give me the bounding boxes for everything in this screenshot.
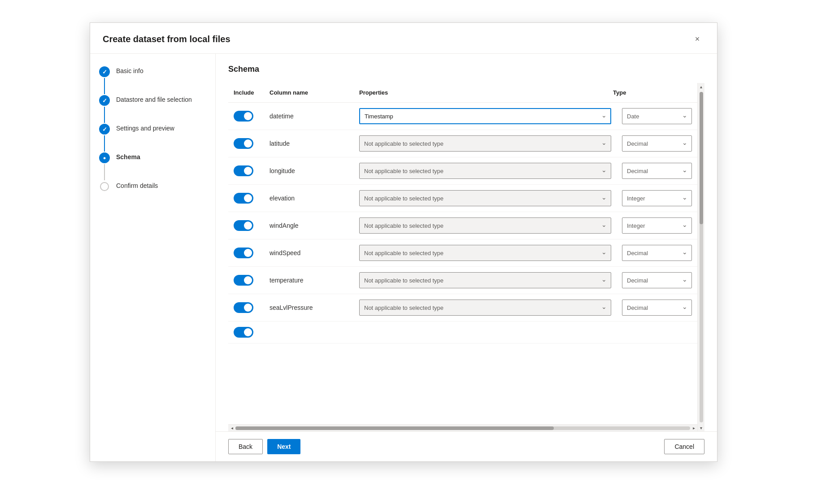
property-select-datetime[interactable]: Timestamp Not applicable to selected typ… bbox=[359, 108, 611, 124]
cancel-button[interactable]: Cancel bbox=[664, 439, 704, 454]
type-wrapper-datetime: Date Decimal Integer String bbox=[622, 108, 692, 124]
step-label-schema[interactable]: Schema bbox=[116, 152, 140, 161]
cell-type-windangle: Integer Date Decimal String bbox=[617, 216, 697, 235]
back-button[interactable]: Back bbox=[228, 439, 263, 454]
step-num-schema: ● bbox=[103, 155, 106, 161]
property-wrapper-longitude: Not applicable to selected type Timestam… bbox=[359, 163, 611, 179]
toggle-datetime[interactable] bbox=[234, 111, 253, 122]
property-select-windangle[interactable]: Not applicable to selected type Timestam… bbox=[359, 217, 611, 234]
property-select-elevation[interactable]: Not applicable to selected type Timestam… bbox=[359, 190, 611, 206]
cell-include-datetime bbox=[228, 109, 264, 123]
cell-property-seaLvlPressure: Not applicable to selected type Timestam… bbox=[354, 298, 617, 317]
property-select-seaLvlPressure[interactable]: Not applicable to selected type Timestam… bbox=[359, 300, 611, 316]
step-circle-settings: ✓ bbox=[99, 124, 110, 135]
type-select-windspeed[interactable]: Decimal Date Integer String bbox=[622, 245, 692, 261]
table-row-partial bbox=[228, 322, 697, 343]
toggle-elevation[interactable] bbox=[234, 193, 253, 204]
dialog-footer: Back Next Cancel bbox=[216, 431, 717, 461]
toggle-longitude[interactable] bbox=[234, 165, 253, 176]
step-left-5 bbox=[99, 181, 110, 192]
table-body: datetime Timestamp Not applicable to sel… bbox=[228, 103, 697, 424]
column-name-windangle: windAngle bbox=[270, 222, 299, 229]
toggle-temperature[interactable] bbox=[234, 275, 253, 286]
type-select-datetime[interactable]: Date Decimal Integer String bbox=[622, 108, 692, 124]
cell-column-latitude: latitude bbox=[264, 138, 354, 149]
step-connector-1 bbox=[104, 78, 105, 94]
toggle-latitude[interactable] bbox=[234, 138, 253, 149]
header-column-name: Column name bbox=[264, 87, 354, 98]
dialog-body: ✓ Basic info ✓ Datastore and file select… bbox=[90, 54, 717, 461]
property-wrapper-datetime: Timestamp Not applicable to selected typ… bbox=[359, 108, 611, 124]
column-name-datetime: datetime bbox=[270, 113, 294, 120]
cell-include-windangle bbox=[228, 218, 264, 233]
toggle-partial[interactable] bbox=[234, 327, 253, 338]
scroll-thumb[interactable] bbox=[235, 426, 554, 430]
step-label-confirm[interactable]: Confirm details bbox=[116, 181, 158, 189]
type-select-windangle[interactable]: Integer Date Decimal String bbox=[622, 217, 692, 234]
property-wrapper-latitude: Not applicable to selected type Timestam… bbox=[359, 135, 611, 152]
scroll-down-arrow[interactable]: ▾ bbox=[698, 424, 705, 431]
cell-property-windangle: Not applicable to selected type Timestam… bbox=[354, 216, 617, 235]
close-button[interactable]: × bbox=[690, 32, 704, 46]
property-select-longitude[interactable]: Not applicable to selected type Timestam… bbox=[359, 163, 611, 179]
step-label-datastore[interactable]: Datastore and file selection bbox=[116, 95, 192, 103]
cell-column-partial bbox=[264, 330, 354, 334]
scroll-up-arrow[interactable]: ▴ bbox=[698, 83, 705, 90]
step-circle-basic-info: ✓ bbox=[99, 66, 110, 77]
vertical-scrollbar[interactable]: ▴ ▾ bbox=[697, 83, 704, 431]
type-select-temperature[interactable]: Decimal Date Integer String bbox=[622, 272, 692, 288]
type-select-seaLvlPressure[interactable]: Decimal Date Integer String bbox=[622, 300, 692, 316]
step-item-schema: ● Schema bbox=[99, 152, 206, 181]
table-row: latitude Not applicable to selected type… bbox=[228, 130, 697, 157]
cell-include-latitude bbox=[228, 136, 264, 151]
property-select-windspeed[interactable]: Not applicable to selected type Timestam… bbox=[359, 245, 611, 261]
column-name-latitude: latitude bbox=[270, 140, 290, 147]
step-label-basic-info[interactable]: Basic info bbox=[116, 66, 143, 74]
column-name-temperature: temperature bbox=[270, 277, 303, 284]
type-select-longitude[interactable]: Decimal Date Integer String bbox=[622, 163, 692, 179]
type-select-latitude[interactable]: Decimal Date Integer String bbox=[622, 135, 692, 152]
cell-column-windangle: windAngle bbox=[264, 220, 354, 231]
cell-property-longitude: Not applicable to selected type Timestam… bbox=[354, 161, 617, 181]
type-select-elevation[interactable]: Integer Date Decimal String bbox=[622, 190, 692, 206]
property-wrapper-windspeed: Not applicable to selected type Timestam… bbox=[359, 245, 611, 261]
toggle-seaLvlPressure[interactable] bbox=[234, 302, 253, 313]
header-properties: Properties bbox=[354, 87, 608, 98]
table-row: temperature Not applicable to selected t… bbox=[228, 267, 697, 294]
type-wrapper-elevation: Integer Date Decimal String bbox=[622, 190, 692, 206]
next-button[interactable]: Next bbox=[267, 439, 300, 454]
cell-property-datetime: Timestamp Not applicable to selected typ… bbox=[354, 106, 617, 126]
toggle-windangle[interactable] bbox=[234, 220, 253, 231]
toggle-windspeed[interactable] bbox=[234, 248, 253, 258]
scroll-left-arrow[interactable]: ◂ bbox=[228, 425, 235, 432]
table-row: longitude Not applicable to selected typ… bbox=[228, 157, 697, 185]
step-circle-confirm bbox=[100, 182, 109, 191]
table-header: Include Column name Properties Type bbox=[228, 83, 697, 103]
dialog-header: Create dataset from local files × bbox=[90, 23, 717, 54]
section-title: Schema bbox=[228, 65, 704, 74]
step-label-settings[interactable]: Settings and preview bbox=[116, 124, 174, 132]
table-row: windSpeed Not applicable to selected typ… bbox=[228, 239, 697, 267]
property-select-temperature[interactable]: Not applicable to selected type Timestam… bbox=[359, 272, 611, 288]
cell-column-temperature: temperature bbox=[264, 275, 354, 286]
property-select-latitude[interactable]: Not applicable to selected type Timestam… bbox=[359, 135, 611, 152]
scroll-right-arrow[interactable]: ▸ bbox=[690, 425, 697, 432]
step-connector-4 bbox=[104, 164, 105, 180]
horizontal-scrollbar[interactable]: ◂ ▸ bbox=[228, 424, 697, 431]
cell-include-temperature bbox=[228, 273, 264, 287]
scroll-track[interactable] bbox=[235, 426, 690, 430]
step-item-confirm: Confirm details bbox=[99, 181, 206, 205]
cell-type-latitude: Decimal Date Integer String bbox=[617, 134, 697, 153]
cell-column-windspeed: windSpeed bbox=[264, 248, 354, 258]
sidebar: ✓ Basic info ✓ Datastore and file select… bbox=[90, 54, 216, 461]
cell-property-elevation: Not applicable to selected type Timestam… bbox=[354, 188, 617, 208]
step-item-basic-info: ✓ Basic info bbox=[99, 66, 206, 95]
column-name-elevation: elevation bbox=[270, 195, 295, 202]
v-scroll-track[interactable] bbox=[700, 92, 703, 422]
table-inner: Include Column name Properties Type bbox=[228, 83, 697, 431]
column-name-seaLvlPressure: seaLvlPressure bbox=[270, 304, 313, 311]
v-scroll-thumb[interactable] bbox=[700, 92, 703, 224]
cell-type-elevation: Integer Date Decimal String bbox=[617, 188, 697, 208]
cell-column-longitude: longitude bbox=[264, 165, 354, 176]
cell-include-partial bbox=[228, 325, 264, 339]
